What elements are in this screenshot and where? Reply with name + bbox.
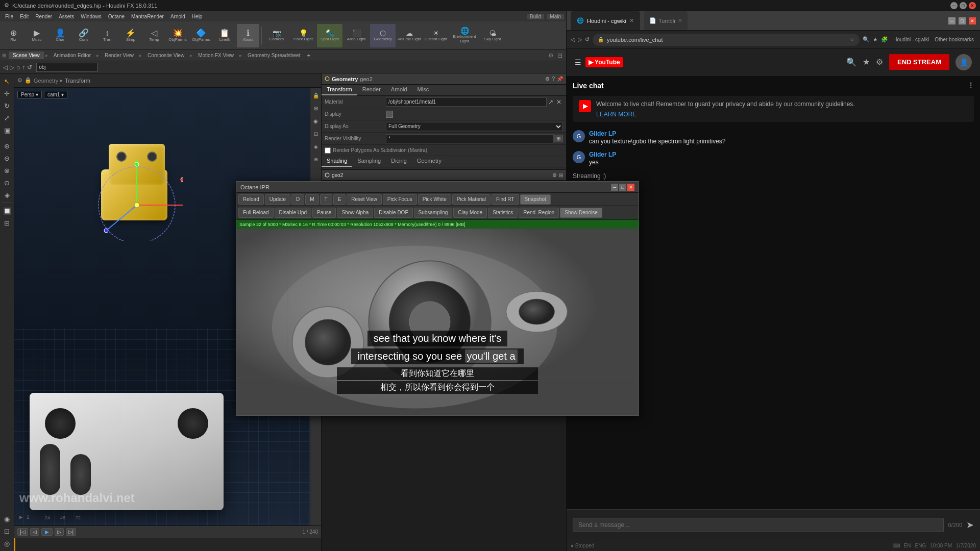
second-panel-settings[interactable]: ⚙ <box>552 172 557 178</box>
browser-min-btn[interactable]: ─ <box>948 17 955 24</box>
browser-search-icon[interactable]: 🔍 <box>863 36 870 43</box>
octane-maximize-btn[interactable]: □ <box>619 184 626 191</box>
tool-distant-light[interactable]: ☀ Distant Light <box>423 24 449 47</box>
path-input[interactable] <box>36 63 97 72</box>
tool-select[interactable]: ⊕ Riz <box>2 24 24 47</box>
minimize-button[interactable]: ─ <box>950 2 958 9</box>
sidebar-bottom1[interactable]: ◉ <box>2 513 13 524</box>
persp-button[interactable]: Persp ▾ <box>17 91 42 98</box>
browser-ext-icon[interactable]: 🧩 <box>881 36 888 43</box>
show-denoise-btn[interactable]: Show Denoise <box>560 208 602 218</box>
pick-white-btn[interactable]: Pick White <box>418 194 451 205</box>
menu-render[interactable]: Render <box>32 13 55 20</box>
reload-btn[interactable]: Reload <box>238 194 264 205</box>
tool-spot-light[interactable]: 🔦 Spot Light <box>317 24 342 47</box>
tab-motionfx[interactable]: Motion FX View <box>194 52 238 59</box>
refresh-icon[interactable]: ↺ <box>27 64 32 71</box>
sidebar-tool7[interactable]: ⊖ <box>2 153 13 164</box>
second-panel-maximize[interactable]: ⊞ <box>559 172 563 178</box>
display-as-select[interactable]: Full Geometry Bounding Box Points <box>386 122 563 131</box>
sidebar-bottom2[interactable]: ⊡ <box>2 525 13 537</box>
material-input[interactable] <box>386 97 547 107</box>
yt-menu-icon[interactable]: ☰ <box>575 58 581 66</box>
browser-tab-2[interactable]: 📄 Tumblr ✕ <box>644 11 688 30</box>
sidebar-grid[interactable]: ⊞ <box>2 217 13 229</box>
octane-close-btn[interactable]: ✕ <box>627 184 634 191</box>
render-viewport[interactable]: see that you know where it's intersectin… <box>236 229 639 415</box>
browser-refresh-icon[interactable]: ↺ <box>585 36 590 43</box>
sidebar-select[interactable]: ↖ <box>2 76 13 87</box>
home-icon[interactable]: ⌂ <box>16 64 20 71</box>
fwd-icon[interactable]: ▷ <box>10 64 14 71</box>
bookmark-other[interactable]: Other bookmarks <box>933 37 976 42</box>
timeline-scrub[interactable] <box>14 538 321 551</box>
menu-assets[interactable]: Assets <box>56 13 77 20</box>
back-icon[interactable]: ◁ <box>3 64 8 71</box>
tool-area-light[interactable]: ⬛ Area Light <box>344 24 369 47</box>
bookmark-houdini[interactable]: Houdini - cgwiki <box>891 37 931 42</box>
tool-camera[interactable]: 📷 Camera <box>264 24 289 47</box>
tab-render-view[interactable]: Render View <box>101 52 138 59</box>
render-vis-expand[interactable]: ⊞ <box>554 135 563 142</box>
split-icon[interactable]: ⊟ <box>556 52 564 59</box>
e-btn[interactable]: E <box>333 194 346 205</box>
full-reload-btn[interactable]: Full Reload <box>238 208 274 218</box>
sidebar-move[interactable]: ✛ <box>2 88 13 99</box>
show-alpha-btn[interactable]: Show Alpha <box>337 208 373 218</box>
end-stream-button[interactable]: END STREAM <box>889 54 949 70</box>
m-btn[interactable]: M <box>305 194 318 205</box>
tool-cons[interactable]: 🔗 Cons <box>72 24 95 47</box>
vp-rt-6[interactable]: ⊕ <box>310 154 322 165</box>
tool-tran[interactable]: ↕ Tran <box>96 24 118 47</box>
tool-geometry-light[interactable]: ⬡ Geometry <box>370 24 396 47</box>
settings-icon[interactable]: ⚙ <box>547 52 555 59</box>
play-start-btn[interactable]: |◁ <box>17 528 28 536</box>
cam-button[interactable]: cam1 ▾ <box>44 91 67 98</box>
display-color-swatch[interactable] <box>386 111 393 118</box>
level-up-icon[interactable]: ↑ <box>22 64 25 71</box>
shading-tab-dicing[interactable]: Dicing <box>386 156 412 167</box>
menu-arnold[interactable]: Arnold <box>167 13 188 20</box>
browser-tab-close[interactable]: ✕ <box>629 17 634 24</box>
tool-anim[interactable]: ▶ Musc <box>26 24 48 47</box>
build-label[interactable]: Build <box>527 14 544 19</box>
octane-minimize-btn[interactable]: ─ <box>611 184 618 191</box>
vp-rt-2[interactable]: ⊞ <box>310 103 322 114</box>
sidebar-snap[interactable]: 🔲 <box>2 205 13 216</box>
tool-point-light[interactable]: 💡 Point Light <box>290 24 316 47</box>
step-back-btn[interactable]: ◁ <box>30 528 39 536</box>
sidebar-rotate[interactable]: ↻ <box>2 100 13 111</box>
yt-search-icon[interactable]: 🔍 <box>846 57 856 67</box>
t-btn[interactable]: T <box>320 194 332 205</box>
rend-region-btn[interactable]: Rend. Region <box>519 208 559 218</box>
update-btn[interactable]: Update <box>265 194 290 205</box>
tab-geo-spreadsheet[interactable]: Geometry Spreadsheet <box>243 52 304 59</box>
tool-sky-light[interactable]: 🌤 Sky Light <box>480 24 505 47</box>
menu-mantra[interactable]: MantraRender <box>128 13 167 20</box>
tab-animation[interactable]: Animation Editor <box>50 52 95 59</box>
close-button[interactable]: ✕ <box>969 2 976 9</box>
sidebar-tool5[interactable]: ▣ <box>2 124 13 136</box>
vp-rt-1[interactable]: 🔒 <box>310 90 322 101</box>
tool-prev[interactable]: ◁ Temp <box>143 24 165 47</box>
browser-address-bar[interactable]: 🔒 youtube.com/live_chat ☆ <box>593 34 860 46</box>
render-vis-input[interactable] <box>386 134 554 143</box>
statistics-btn[interactable]: Statistics <box>488 208 518 218</box>
menu-help[interactable]: Help <box>189 13 206 20</box>
snapshot-btn[interactable]: Snapshot <box>520 194 551 205</box>
pick-focus-btn[interactable]: Pick Focus <box>383 194 417 205</box>
tab-scene-view[interactable]: Scene View <box>9 52 44 59</box>
sidebar-tool6[interactable]: ⊕ <box>2 140 13 152</box>
vp-rt-5[interactable]: ◈ <box>310 141 322 152</box>
menu-octane[interactable]: Octane <box>105 13 128 20</box>
chat-input[interactable] <box>573 518 944 532</box>
live-chat-options[interactable]: ⋮ <box>968 82 974 90</box>
browser-fwd-icon[interactable]: ▷ <box>578 36 582 43</box>
tool-about[interactable]: ℹ About <box>237 24 259 47</box>
shading-tab-sampling[interactable]: Sampling <box>352 156 386 167</box>
user-avatar[interactable]: 👤 <box>955 54 972 70</box>
vp-rt-3[interactable]: ◉ <box>310 115 322 127</box>
browser-star-icon[interactable]: ★ <box>873 36 878 43</box>
browser-close-btn[interactable]: ✕ <box>969 17 976 24</box>
browser-back-icon[interactable]: ◁ <box>571 36 575 43</box>
